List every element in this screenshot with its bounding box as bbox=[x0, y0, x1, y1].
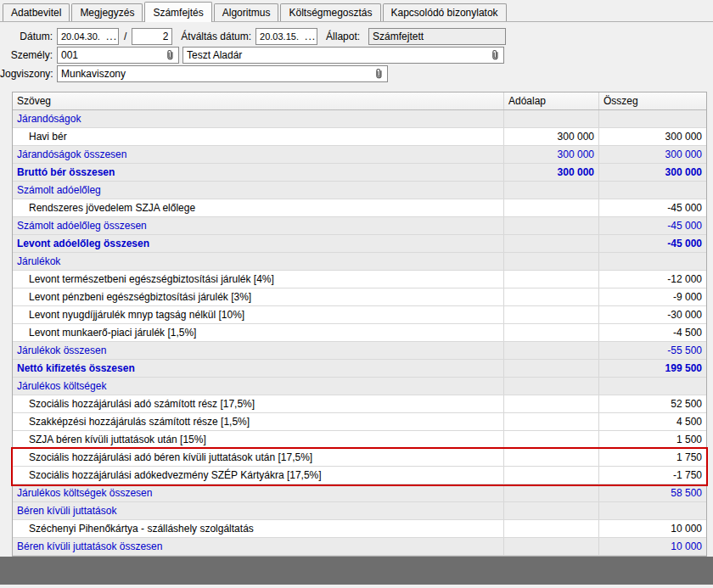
person-name-field[interactable]: Teszt Aladár bbox=[182, 47, 504, 64]
table-row[interactable]: Járulékos költségek bbox=[13, 378, 706, 395]
row-adoalap bbox=[503, 484, 598, 501]
status-field[interactable]: Számfejtett bbox=[368, 28, 506, 45]
tab-koltsegmegosztas[interactable]: Költségmegosztás bbox=[280, 3, 380, 21]
payroll-grid: Szöveg Adóalap Összeg JárandóságokHavi b… bbox=[12, 92, 707, 557]
row-adoalap bbox=[503, 288, 598, 305]
column-header-adoalap[interactable]: Adóalap bbox=[503, 92, 598, 109]
table-row[interactable]: Levont természetbeni egészségbiztosítási… bbox=[13, 271, 706, 288]
row-osszeg: 4 500 bbox=[598, 413, 706, 430]
table-row[interactable]: Béren kívüli juttatások összesen10 000 bbox=[13, 538, 706, 556]
row-osszeg: -45 000 bbox=[598, 217, 706, 234]
table-row[interactable]: SZJA béren kívüli juttatások után [15%]1… bbox=[13, 431, 706, 449]
row-osszeg: -45 000 bbox=[598, 235, 706, 252]
row-adoalap bbox=[503, 217, 598, 234]
date-value: 20.04.30. bbox=[61, 31, 106, 42]
bottom-area bbox=[0, 557, 713, 585]
row-adoalap bbox=[503, 235, 598, 252]
tab-kapcsolodo-bizonylatok[interactable]: Kapcsolódó bizonylatok bbox=[383, 3, 507, 21]
table-row[interactable]: Számolt adóelőleg összesen-45 000 bbox=[13, 217, 706, 235]
row-osszeg: -12 000 bbox=[598, 271, 706, 288]
table-row[interactable]: Rendszeres jövedelem SZJA előlege-45 000 bbox=[13, 199, 706, 217]
row-adoalap bbox=[503, 360, 598, 377]
tab-algoritmus[interactable]: Algoritmus bbox=[214, 3, 279, 21]
column-header-osszeg[interactable]: Összeg bbox=[598, 92, 706, 109]
header-form: Dátum: 20.04.30. ... / 2 Átváltás dátum:… bbox=[0, 22, 713, 86]
table-row[interactable]: Havi bér300 000300 000 bbox=[13, 128, 706, 146]
row-adoalap bbox=[503, 342, 598, 359]
employment-field[interactable]: Munkaviszony bbox=[57, 65, 388, 82]
conversion-date-label: Átváltás dátum: bbox=[181, 31, 255, 42]
row-osszeg: -9 000 bbox=[598, 288, 706, 305]
row-osszeg: 52 500 bbox=[598, 395, 706, 412]
row-osszeg: -30 000 bbox=[598, 306, 706, 323]
table-row[interactable]: Szociális hozzájárulási adókedvezmény SZ… bbox=[13, 467, 706, 484]
row-text: Levont természetbeni egészségbiztosítási… bbox=[13, 271, 503, 288]
table-row[interactable]: Számolt adóelőleg bbox=[13, 182, 706, 199]
tab-adatbevitel[interactable]: Adatbevitel bbox=[3, 3, 70, 21]
table-row[interactable]: Nettó kifizetés összesen199 500 bbox=[13, 360, 706, 378]
row-text: Bruttó bér összesen bbox=[13, 164, 503, 181]
table-row[interactable]: Béren kívüli juttatások bbox=[13, 502, 706, 520]
row-text: Számolt adóelőleg összesen bbox=[13, 217, 503, 234]
status-label: Állapot: bbox=[326, 31, 364, 42]
row-text: Járulékok bbox=[13, 253, 503, 270]
row-adoalap bbox=[503, 271, 598, 288]
row-text: Béren kívüli juttatások összesen bbox=[13, 538, 503, 555]
date-separator: / bbox=[124, 31, 126, 42]
table-row[interactable]: Levont pénzbeni egészségbiztosítási járu… bbox=[13, 288, 706, 306]
row-osszeg bbox=[598, 502, 706, 519]
row-osszeg: 1 750 bbox=[598, 449, 706, 466]
row-adoalap bbox=[503, 253, 598, 270]
row-adoalap: 300 000 bbox=[503, 164, 598, 181]
column-header-szoveg[interactable]: Szöveg bbox=[13, 92, 503, 109]
row-osszeg: 10 000 bbox=[598, 520, 706, 537]
date-field[interactable]: 20.04.30. ... bbox=[57, 28, 119, 45]
row-text: Szociális hozzájárulási adókedvezmény SZ… bbox=[13, 467, 503, 484]
row-adoalap bbox=[503, 324, 598, 341]
row-text: Nettó kifizetés összesen bbox=[13, 360, 503, 377]
row-adoalap bbox=[503, 502, 598, 519]
row-osszeg bbox=[598, 253, 706, 270]
row-text: Számolt adóelőleg bbox=[13, 182, 503, 199]
paperclip-icon[interactable] bbox=[166, 49, 175, 61]
conversion-date-field[interactable]: 20.03.15. ... bbox=[255, 28, 317, 45]
row-osszeg: 58 500 bbox=[598, 484, 706, 501]
row-osszeg bbox=[598, 110, 706, 127]
row-text: Járulékok összesen bbox=[13, 342, 503, 359]
sequence-field[interactable]: 2 bbox=[132, 28, 172, 45]
table-row[interactable]: Bruttó bér összesen300 000300 000 bbox=[13, 164, 706, 182]
person-code-field[interactable]: 001 bbox=[57, 47, 179, 64]
row-adoalap bbox=[503, 467, 598, 484]
table-row[interactable]: Levont nyugdíjjárulék mnyp tagság nélkül… bbox=[13, 306, 706, 324]
table-row[interactable]: Szakképzési hozzájárulás számított része… bbox=[13, 413, 706, 431]
paperclip-icon[interactable] bbox=[491, 49, 500, 61]
table-row[interactable]: Járandóságok összesen300 000300 000 bbox=[13, 146, 706, 164]
row-osszeg: -55 500 bbox=[598, 342, 706, 359]
grid-header: Szöveg Adóalap Összeg bbox=[13, 92, 706, 110]
row-text: Szociális hozzájárulási adó béren kívüli… bbox=[13, 449, 503, 466]
table-row[interactable]: Járulékok bbox=[13, 253, 706, 271]
tab-szamfejtes[interactable]: Számfejtés bbox=[144, 2, 211, 22]
table-row[interactable]: Szociális hozzájárulási adó béren kívüli… bbox=[13, 449, 706, 467]
table-row[interactable]: Járulékok összesen-55 500 bbox=[13, 342, 706, 360]
row-text: Rendszeres jövedelem SZJA előlege bbox=[13, 199, 503, 216]
grid-body: JárandóságokHavi bér300 000300 000Járand… bbox=[13, 110, 706, 556]
row-adoalap bbox=[503, 449, 598, 466]
tab-megjegyzes[interactable]: Megjegyzés bbox=[71, 3, 143, 21]
date-label: Dátum: bbox=[0, 31, 57, 42]
row-text: Járandóságok összesen bbox=[13, 146, 503, 163]
table-row[interactable]: Széchenyi Pihenőkártya - szálláshely szo… bbox=[13, 520, 706, 538]
row-osszeg: 199 500 bbox=[598, 360, 706, 377]
table-row[interactable]: Levont adóelőleg összesen-45 000 bbox=[13, 235, 706, 253]
date-picker-ellipsis-icon[interactable]: ... bbox=[106, 31, 117, 42]
table-row[interactable]: Járandóságok bbox=[13, 110, 706, 128]
table-row[interactable]: Levont munkaerő-piaci járulék [1,5%]-4 5… bbox=[13, 324, 706, 342]
table-row[interactable]: Járulékos költségek összesen58 500 bbox=[13, 484, 706, 502]
table-row[interactable]: Szociális hozzájárulási adó számított ré… bbox=[13, 395, 706, 413]
row-osszeg: 10 000 bbox=[598, 538, 706, 555]
row-osszeg: 300 000 bbox=[598, 128, 706, 145]
row-osszeg: 300 000 bbox=[598, 146, 706, 163]
paperclip-icon[interactable] bbox=[374, 68, 384, 80]
highlight-box: Szociális hozzájárulási adó béren kívüli… bbox=[13, 449, 706, 484]
conversion-date-picker-ellipsis-icon[interactable]: ... bbox=[305, 31, 316, 42]
